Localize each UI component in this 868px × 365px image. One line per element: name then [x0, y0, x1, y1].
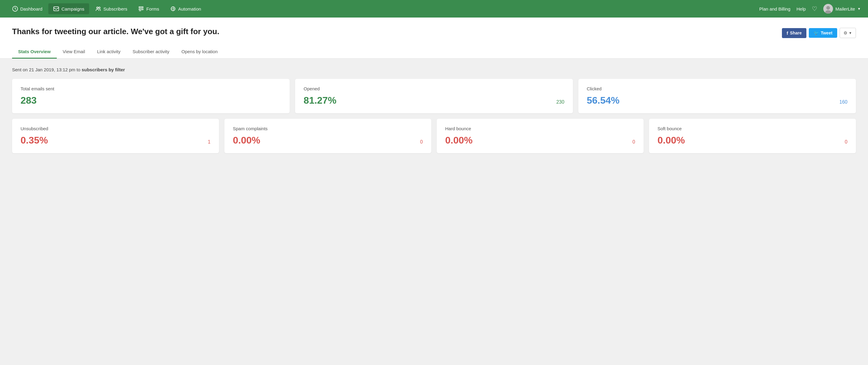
nav-item-automation[interactable]: Automation — [165, 3, 206, 14]
stat-value-soft-bounce: 0.00% — [657, 135, 685, 146]
nav-label-automation: Automation — [178, 6, 201, 11]
nav-right: Plan and Billing Help ♡ MailerLite ▼ — [759, 4, 861, 13]
tab-link-activity[interactable]: Link activity — [91, 45, 127, 59]
stat-value-unsubscribed: 0.35% — [21, 135, 48, 146]
nav-label-campaigns: Campaigns — [61, 6, 84, 11]
stat-value-row-soft-bounce: 0.00% 0 — [657, 135, 847, 146]
nav-item-forms[interactable]: Forms — [133, 3, 164, 14]
stat-value-row-opened: 81.27% 230 — [304, 95, 564, 106]
stat-value-row-spam: 0.00% 0 — [233, 135, 423, 146]
nav-item-campaigns[interactable]: Campaigns — [48, 3, 89, 14]
stats-row-2: Unsubscribed 0.35% 1 Spam complaints 0.0… — [12, 119, 856, 153]
stat-card-hard-bounce: Hard bounce 0.00% 0 — [437, 119, 644, 153]
stat-card-spam: Spam complaints 0.00% 0 — [224, 119, 431, 153]
svg-point-2 — [97, 7, 98, 8]
svg-rect-1 — [54, 7, 59, 10]
main-section: Sent on 21 Jan 2019, 13:12 pm to subscri… — [0, 59, 868, 167]
user-name: MailerLite — [835, 6, 855, 11]
stat-count-unsubscribed: 1 — [208, 139, 211, 145]
tab-opens-by-location[interactable]: Opens by location — [176, 45, 224, 59]
help-link[interactable]: Help — [797, 6, 806, 11]
share-button[interactable]: f Share — [782, 28, 807, 38]
content-area: Thanks for tweeting our article. We've g… — [0, 18, 868, 59]
user-menu[interactable]: MailerLite ▼ — [823, 4, 861, 13]
stat-count-soft-bounce: 0 — [845, 139, 847, 145]
stat-label-spam: Spam complaints — [233, 126, 423, 131]
tweet-button[interactable]: 🐦 Tweet — [809, 28, 837, 38]
avatar — [823, 4, 833, 13]
plan-billing-link[interactable]: Plan and Billing — [759, 6, 790, 11]
stat-label-opened: Opened — [304, 86, 564, 91]
gear-icon: ⚙ — [843, 31, 847, 35]
stat-value-row-hard-bounce: 0.00% 0 — [445, 135, 635, 146]
page-title: Thanks for tweeting our article. We've g… — [12, 27, 219, 37]
sent-info: Sent on 21 Jan 2019, 13:12 pm to subscri… — [12, 67, 856, 72]
stat-value-row-unsubscribed: 0.35% 1 — [21, 135, 211, 146]
stat-count-opened: 230 — [556, 99, 564, 105]
stat-value-row-clicked: 56.54% 160 — [587, 95, 847, 106]
stat-label-soft-bounce: Soft bounce — [657, 126, 847, 131]
stat-card-unsubscribed: Unsubscribed 0.35% 1 — [12, 119, 219, 153]
stat-card-clicked: Clicked 56.54% 160 — [578, 79, 856, 113]
stat-label-hard-bounce: Hard bounce — [445, 126, 635, 131]
tab-bar: Stats Overview View Email Link activity … — [0, 45, 868, 59]
page-header: Thanks for tweeting our article. We've g… — [0, 18, 868, 38]
stat-value-clicked: 56.54% — [587, 95, 620, 106]
header-actions: f Share 🐦 Tweet ⚙ ▼ — [782, 28, 856, 38]
stat-count-hard-bounce: 0 — [632, 139, 635, 145]
nav-item-dashboard[interactable]: Dashboard — [7, 3, 47, 14]
nav-label-dashboard: Dashboard — [20, 6, 42, 11]
automation-icon — [170, 6, 176, 12]
stat-label-clicked: Clicked — [587, 86, 847, 91]
stat-card-total-emails-sent: Total emails sent 283 — [12, 79, 290, 113]
stat-card-soft-bounce: Soft bounce 0.00% 0 — [649, 119, 856, 153]
nav-item-subscribers[interactable]: Subscribers — [90, 3, 132, 14]
stat-value-row-total: 283 — [21, 95, 281, 106]
nav-label-subscribers: Subscribers — [103, 6, 127, 11]
stat-count-clicked: 160 — [839, 99, 847, 105]
tab-subscriber-activity[interactable]: Subscriber activity — [127, 45, 176, 59]
main-nav: Dashboard Campaigns Subscribers — [0, 0, 868, 18]
dashboard-icon — [12, 6, 18, 12]
chevron-down-icon: ▼ — [858, 7, 861, 10]
nav-label-forms: Forms — [146, 6, 159, 11]
favorites-icon[interactable]: ♡ — [812, 5, 817, 12]
subscribers-icon — [95, 6, 101, 12]
stat-value-hard-bounce: 0.00% — [445, 135, 473, 146]
forms-icon — [138, 6, 144, 12]
settings-chevron-icon: ▼ — [849, 31, 852, 35]
campaigns-icon — [53, 6, 59, 12]
stat-value-total: 283 — [21, 95, 36, 106]
tab-stats-overview[interactable]: Stats Overview — [12, 45, 57, 59]
sent-info-bold: subscribers by filter — [82, 67, 125, 72]
avatar-image — [823, 4, 833, 13]
tab-view-email[interactable]: View Email — [57, 45, 91, 59]
settings-button[interactable]: ⚙ ▼ — [840, 28, 856, 38]
stat-label-total: Total emails sent — [21, 86, 281, 91]
stat-label-unsubscribed: Unsubscribed — [21, 126, 211, 131]
svg-point-3 — [99, 7, 100, 8]
stat-value-opened: 81.27% — [304, 95, 336, 106]
stats-row-1: Total emails sent 283 Opened 81.27% 230 … — [12, 79, 856, 113]
stat-count-spam: 0 — [420, 139, 423, 145]
svg-point-5 — [826, 6, 830, 10]
facebook-icon: f — [787, 31, 788, 36]
stat-card-opened: Opened 81.27% 230 — [295, 79, 572, 113]
nav-left: Dashboard Campaigns Subscribers — [7, 3, 759, 14]
stat-value-spam: 0.00% — [233, 135, 260, 146]
twitter-icon: 🐦 — [814, 31, 819, 35]
